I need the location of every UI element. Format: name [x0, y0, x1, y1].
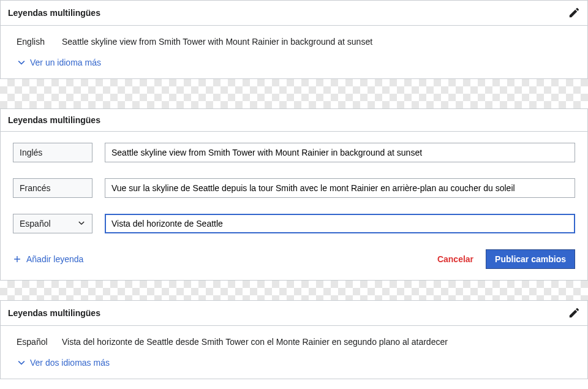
panel-header: Leyendas multilingües — [1, 1, 587, 26]
show-more-label: Ver un idioma más — [30, 58, 101, 67]
caption-edit-row: Francés — [13, 178, 575, 198]
caption-input[interactable] — [105, 214, 575, 233]
spacer — [0, 281, 588, 300]
caption-input[interactable] — [105, 143, 575, 162]
show-more-label: Ver dos idiomas más — [30, 358, 110, 368]
caption-text: Seattle skyline view from Smith Tower wi… — [62, 37, 571, 47]
plus-icon — [13, 255, 21, 263]
spacer — [0, 79, 588, 108]
panel-body: English Seattle skyline view from Smith … — [1, 26, 587, 78]
show-more-languages-link[interactable]: Ver dos idiomas más — [17, 358, 571, 368]
captions-panel-readonly-es: Leyendas multilingües Español Vista del … — [0, 300, 588, 379]
add-caption-button[interactable]: Añadir leyenda — [13, 254, 83, 264]
captions-panel-readonly-en: Leyendas multilingües English Seattle sk… — [0, 0, 588, 79]
edit-button[interactable] — [568, 7, 580, 19]
language-label: Inglés — [20, 148, 42, 157]
panel-header: Leyendas multilingües — [1, 109, 587, 132]
show-more-languages-link[interactable]: Ver un idioma más — [17, 58, 571, 67]
caption-row: Español Vista del horizonte de Seattle d… — [17, 337, 571, 347]
panel-body: InglésFrancésEspañol Añadir leyenda Canc… — [1, 132, 587, 280]
action-bar: Añadir leyenda Cancelar Publicar cambios — [13, 249, 575, 269]
chevron-down-icon — [17, 58, 26, 67]
chevron-down-icon — [77, 219, 86, 229]
language-label: Español — [20, 219, 51, 228]
chevron-down-icon — [17, 358, 26, 368]
caption-text: Vista del horizonte de Seattle desde Smi… — [62, 337, 571, 347]
caption-edit-row: Español — [13, 214, 575, 233]
panel-title: Leyendas multilingües — [8, 8, 100, 18]
language-selector: Francés — [13, 178, 92, 198]
caption-language-label: Español — [17, 337, 50, 347]
edit-button[interactable] — [568, 307, 580, 319]
caption-input[interactable] — [105, 178, 575, 198]
add-caption-label: Añadir leyenda — [26, 254, 83, 264]
pencil-icon — [568, 308, 579, 319]
language-label: Francés — [20, 183, 51, 193]
panel-body: Español Vista del horizonte de Seattle d… — [1, 326, 587, 379]
caption-edit-row: Inglés — [13, 143, 575, 162]
pencil-icon — [568, 7, 579, 18]
publish-button[interactable]: Publicar cambios — [486, 249, 575, 269]
captions-panel-edit: Leyendas multilingües InglésFrancésEspañ… — [0, 108, 588, 281]
cancel-button[interactable]: Cancelar — [437, 254, 473, 264]
panel-header: Leyendas multilingües — [1, 301, 587, 326]
caption-language-label: English — [17, 37, 50, 47]
language-selector: Inglés — [13, 143, 92, 162]
panel-title: Leyendas multilingües — [8, 308, 100, 318]
caption-row: English Seattle skyline view from Smith … — [17, 37, 571, 47]
right-actions: Cancelar Publicar cambios — [437, 249, 575, 269]
language-selector[interactable]: Español — [13, 214, 92, 233]
panel-title: Leyendas multilingües — [8, 115, 100, 125]
